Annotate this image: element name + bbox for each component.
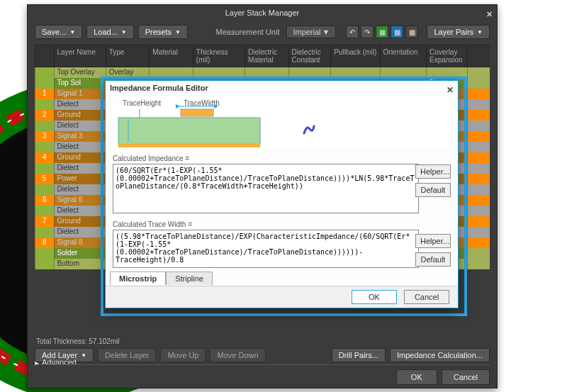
window-footer: OK Cancel xyxy=(35,364,490,385)
col-dielectric-material[interactable]: Dielectric Material xyxy=(245,45,288,67)
toolbar: Save...▼ Load...▼ Presets▼ Measurement U… xyxy=(28,21,497,43)
calc-impedance-field[interactable] xyxy=(113,164,419,213)
tab-stripline[interactable]: Stripline xyxy=(166,271,213,285)
measurement-unit-label: Measurement Unit xyxy=(216,28,280,36)
dialog-ok-button[interactable]: OK xyxy=(352,290,397,304)
move-down-button[interactable]: Move Down xyxy=(210,348,265,362)
impedance-formula-dialog: Impedance Formula Editor ✕ TraceHeight T… xyxy=(105,80,459,308)
chevron-down-icon: ▼ xyxy=(322,28,330,36)
layer-pairs-select[interactable]: Layer Pairs▼ xyxy=(427,25,490,39)
col-orientation[interactable]: Orientation xyxy=(380,45,426,67)
coverlay-cell xyxy=(426,67,467,78)
row-number xyxy=(35,142,54,152)
chevron-down-icon: ▼ xyxy=(69,29,75,35)
layer-name-cell: Dielect xyxy=(54,184,106,195)
trace-diagram: TraceHeight TraceWidth TraceToPlaneDista… xyxy=(113,98,451,149)
layer-name-cell: Dielect xyxy=(54,142,106,152)
col-type[interactable]: Type xyxy=(106,45,150,67)
row-number: 2 xyxy=(35,110,54,121)
dialog-tabs: Microstrip Stripline xyxy=(110,271,213,285)
row-number xyxy=(35,184,54,195)
layer-name-cell: Ground xyxy=(54,216,106,227)
table-header: Layer Name Type Material Thickness (mil)… xyxy=(35,45,490,67)
chevron-down-icon: ▼ xyxy=(477,29,483,35)
helper-button-1[interactable]: Helper... xyxy=(415,164,451,179)
calc-trace-width-label: Calculated Trace Width = xyxy=(113,220,451,228)
layer-name-cell: Dielect xyxy=(54,99,106,110)
layer-name-cell: Power xyxy=(54,174,106,184)
calc-trace-width-field[interactable] xyxy=(113,230,419,268)
layer-name-cell: Dielect xyxy=(54,163,106,174)
layers-green-icon[interactable]: ▦ xyxy=(376,26,388,38)
row-number xyxy=(35,78,54,89)
layer-name-cell: Signal 6 xyxy=(54,195,106,206)
layer-name-cell: Signal 8 xyxy=(54,237,106,248)
ok-button[interactable]: OK xyxy=(396,369,437,385)
col-pullback[interactable]: Pullback (mil) xyxy=(330,45,379,67)
layer-name-cell: Solder xyxy=(54,248,106,259)
row-number: 1 xyxy=(35,89,54,99)
close-icon[interactable]: ✕ xyxy=(447,83,454,97)
presets-button[interactable]: Presets▼ xyxy=(138,25,188,39)
save-button[interactable]: Save...▼ xyxy=(35,25,82,39)
layer-name-cell: Top Sol xyxy=(54,78,106,89)
cancel-button[interactable]: Cancel xyxy=(442,369,490,385)
row-number: 7 xyxy=(35,216,54,227)
dialog-title: Impedance Formula Editor xyxy=(110,84,208,92)
dialog-footer: OK Cancel xyxy=(106,286,458,308)
col-coverlay[interactable]: Coverlay Expansion xyxy=(426,45,467,67)
layer-name-cell: Dielect xyxy=(54,121,106,131)
total-thickness-label: Total Thickness: 57.102mil xyxy=(36,337,120,345)
row-number xyxy=(35,67,54,78)
svg-rect-4 xyxy=(181,109,213,116)
layer-name-cell: Dielect xyxy=(54,206,106,216)
chevron-down-icon: ▼ xyxy=(175,29,181,35)
col-material[interactable]: Material xyxy=(149,45,193,67)
row-number: 5 xyxy=(35,174,54,184)
redo-icon[interactable]: ↷ xyxy=(361,26,374,38)
type-cell: Overlay xyxy=(106,67,150,78)
default-button-2[interactable]: Default xyxy=(415,252,451,267)
layer-name-cell: Signal 1 xyxy=(54,89,106,99)
layer-name-cell: Ground xyxy=(54,110,106,121)
window-title: Layer Stack Manager xyxy=(225,9,300,17)
layer-name-cell: Dielect xyxy=(54,227,106,237)
table-row[interactable]: Top OverlayOverlay xyxy=(35,67,490,78)
dialog-cancel-button[interactable]: Cancel xyxy=(404,290,449,304)
row-number xyxy=(35,227,54,237)
impedance-calc-button[interactable]: Impedance Calculation... xyxy=(390,348,490,362)
delete-layer-button[interactable]: Delete Layer xyxy=(98,348,156,362)
bottom-toolbar: Add Layer▼ Delete Layer Move Up Move Dow… xyxy=(35,348,490,362)
row-number: 6 xyxy=(35,195,54,206)
col-thickness[interactable]: Thickness (mil) xyxy=(193,45,245,67)
move-up-button[interactable]: Move Up xyxy=(160,348,206,362)
col-dielectric-constant[interactable]: Dielectric Constant xyxy=(288,45,331,67)
chevron-down-icon: ▼ xyxy=(81,352,86,359)
layers-gray-icon[interactable]: ▦ xyxy=(405,26,418,38)
svg-rect-2 xyxy=(118,118,260,145)
helper-button-2[interactable]: Helper... xyxy=(415,234,451,248)
row-number: 3 xyxy=(35,131,54,142)
row-number xyxy=(35,121,54,131)
row-number xyxy=(35,99,54,110)
chevron-down-icon: ▼ xyxy=(121,29,127,35)
measurement-unit-select[interactable]: Imperial▼ xyxy=(286,26,336,38)
dialog-titlebar: Impedance Formula Editor ✕ xyxy=(106,81,458,95)
calc-impedance-label: Calculated Impedance = xyxy=(113,155,451,162)
load-button[interactable]: Load...▼ xyxy=(86,25,134,39)
layer-name-cell: Signal 3 xyxy=(54,131,106,142)
tab-microstrip[interactable]: Microstrip xyxy=(110,271,166,285)
row-number xyxy=(35,259,54,269)
row-number: 4 xyxy=(35,152,54,163)
row-number xyxy=(35,206,54,216)
row-number xyxy=(35,248,54,259)
layer-name-cell: Ground xyxy=(54,152,106,163)
layers-blue-icon[interactable]: ▦ xyxy=(391,26,403,38)
window-titlebar: Layer Stack Manager ✕ xyxy=(28,5,497,21)
drill-pairs-button[interactable]: Drill Pairs... xyxy=(332,348,386,362)
undo-icon[interactable]: ↶ xyxy=(346,26,359,38)
close-icon[interactable]: ✕ xyxy=(486,6,493,22)
col-layer-name[interactable]: Layer Name xyxy=(54,45,106,67)
row-number: 8 xyxy=(35,237,54,248)
default-button-1[interactable]: Default xyxy=(415,183,451,197)
